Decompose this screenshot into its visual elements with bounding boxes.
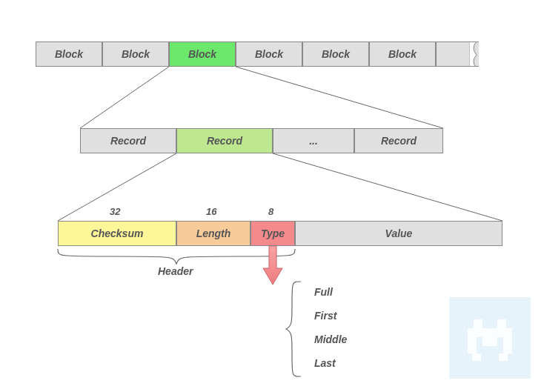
svg-rect-11: [499, 353, 508, 361]
record-cell: Record: [354, 128, 443, 153]
header-span-label: Header: [158, 265, 193, 277]
type-value-middle: Middle: [314, 333, 347, 345]
blocks-row: Block Block Block Block Block Block: [36, 41, 479, 67]
svg-rect-4: [474, 319, 482, 328]
field-label: Checksum: [91, 227, 144, 239]
svg-rect-5: [497, 319, 506, 328]
type-values-brace-icon: [285, 280, 304, 378]
block-label: Block: [188, 48, 216, 60]
block-cell-torn: [436, 41, 479, 67]
svg-rect-10: [472, 353, 481, 361]
field-length: Length: [176, 221, 251, 246]
svg-rect-9: [503, 337, 512, 353]
field-value: Value: [295, 221, 502, 246]
block-label: Block: [255, 48, 283, 60]
field-label: Value: [385, 227, 413, 239]
svg-rect-8: [482, 337, 497, 346]
bits-label-checksum: 32: [110, 206, 120, 217]
record-label: ...: [309, 135, 318, 147]
svg-line-3: [273, 153, 502, 221]
record-cell-ellipsis: ...: [273, 128, 354, 153]
record-label: Record: [110, 135, 146, 147]
record-cell: Record: [80, 128, 176, 153]
block-cell: Block: [369, 41, 436, 67]
record-label: Record: [207, 135, 242, 147]
records-row: Record Record ... Record: [80, 128, 443, 153]
block-cell: Block: [102, 41, 169, 67]
type-value-first: First: [314, 310, 336, 322]
svg-rect-7: [468, 337, 477, 353]
torn-edge-icon: [469, 41, 479, 67]
type-value-last: Last: [314, 357, 336, 369]
record-label: Record: [381, 135, 417, 147]
block-cell: Block: [302, 41, 369, 67]
type-arrow-icon: [262, 246, 284, 286]
watermark-icon: [449, 297, 531, 379]
block-label: Block: [122, 48, 150, 60]
block-label: Block: [322, 48, 350, 60]
svg-rect-6: [468, 328, 512, 337]
field-label: Type: [261, 227, 285, 239]
block-label: Block: [55, 48, 83, 60]
record-cell-highlight: Record: [176, 128, 273, 153]
svg-line-1: [236, 67, 443, 128]
block-label: Block: [388, 48, 417, 60]
field-label: Length: [196, 227, 231, 239]
block-cell-highlight: Block: [169, 41, 236, 67]
field-type: Type: [251, 221, 295, 246]
bits-label-type: 8: [268, 206, 273, 217]
fields-row: Checksum Length Type Value: [58, 221, 502, 246]
block-cell: Block: [236, 41, 302, 67]
svg-line-0: [80, 67, 169, 128]
header-brace-icon: [56, 248, 298, 267]
field-checksum: Checksum: [58, 221, 176, 246]
type-value-full: Full: [314, 286, 333, 298]
bits-label-length: 16: [206, 206, 216, 217]
block-cell: Block: [36, 41, 102, 67]
